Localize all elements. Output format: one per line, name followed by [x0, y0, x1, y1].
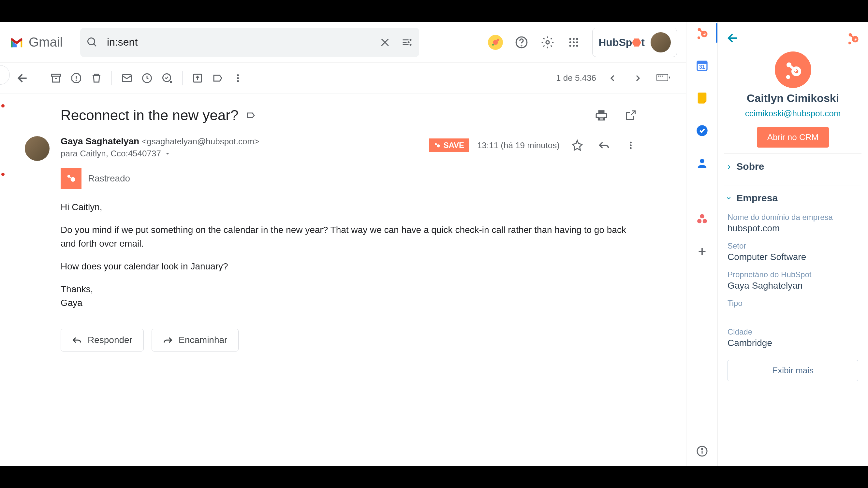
labels-icon[interactable] [209, 69, 227, 87]
contact-name: Caitlyn Cimikoski [747, 92, 839, 104]
email-timestamp: 13:11 (há 19 minutos) [477, 140, 560, 151]
move-to-icon[interactable] [188, 69, 207, 87]
sender-email: <gsaghatelyan@hubspot.com> [142, 136, 259, 146]
clear-search-icon[interactable] [377, 35, 393, 50]
svg-point-20 [573, 45, 575, 46]
back-icon[interactable] [14, 69, 32, 87]
field-label: Cidade [727, 327, 858, 336]
add-addon-icon[interactable] [694, 243, 710, 260]
hubspot-logo-icon [846, 32, 860, 45]
field-value: hubspot.com [727, 223, 858, 234]
message-more-icon[interactable] [622, 136, 640, 154]
svg-point-0 [88, 38, 95, 45]
mark-unread-icon[interactable] [118, 69, 136, 87]
search-options-icon[interactable] [400, 35, 414, 50]
add-to-tasks-icon[interactable] [158, 69, 176, 87]
forward-button[interactable]: Encaminhar [152, 329, 239, 352]
svg-point-17 [573, 41, 575, 43]
field-label: Tipo [727, 299, 858, 308]
page-next-icon[interactable] [629, 69, 647, 87]
hubspot-extension-pill[interactable]: HubSp⬣t [592, 28, 677, 57]
reply-button[interactable]: Responder [61, 329, 144, 352]
chevron-down-icon: › [724, 196, 734, 199]
hubspot-status-badge[interactable] [488, 35, 503, 50]
svg-point-55 [700, 214, 704, 218]
settings-gear-icon[interactable] [540, 35, 555, 50]
contact-avatar [775, 52, 811, 88]
page-prev-icon[interactable] [603, 69, 622, 87]
svg-point-67 [848, 42, 851, 44]
svg-rect-51 [697, 61, 707, 64]
app-header: Gmail [0, 22, 686, 63]
field-value: Computer Software [727, 252, 858, 262]
svg-point-4 [410, 39, 412, 41]
field-label: Setor [727, 241, 858, 251]
svg-point-19 [569, 45, 571, 46]
hubspot-addon-icon[interactable] [694, 25, 710, 41]
show-more-button[interactable]: Exibir mais [727, 360, 858, 381]
apps-grid-icon[interactable] [566, 35, 581, 50]
svg-point-9 [492, 44, 494, 45]
svg-point-8 [497, 38, 499, 41]
svg-point-24 [76, 80, 76, 81]
input-method-icon[interactable] [654, 69, 673, 87]
hubspot-side-panel: Caitlyn Cimikoski ccimikoski@hubspot.com… [717, 22, 868, 466]
open-in-crm-button[interactable]: Abrir no CRM [757, 127, 829, 148]
email-subject: Reconnect in the new year? [61, 107, 238, 124]
svg-point-57 [703, 219, 707, 223]
svg-rect-34 [660, 75, 661, 76]
svg-point-18 [576, 41, 578, 43]
sender-name: Gaya Saghatelyan [61, 136, 139, 146]
search-bar[interactable] [80, 28, 419, 57]
svg-point-21 [576, 45, 578, 46]
star-icon[interactable] [568, 136, 586, 154]
svg-point-54 [700, 159, 704, 163]
archive-icon[interactable] [47, 69, 65, 87]
svg-line-1 [94, 44, 96, 46]
report-spam-icon[interactable] [67, 69, 85, 87]
keep-addon-icon[interactable] [694, 90, 710, 106]
field-value: Cambridge [727, 338, 858, 348]
reply-icon[interactable] [595, 136, 613, 154]
search-input[interactable] [107, 36, 370, 48]
sender-avatar[interactable] [25, 136, 50, 161]
more-menu-icon[interactable] [229, 69, 247, 87]
calendar-addon-icon[interactable]: 31 [694, 57, 710, 74]
edge-indicator [1, 104, 5, 107]
hubspot-save-badge[interactable]: SAVE [429, 138, 469, 152]
open-in-new-icon[interactable] [622, 106, 640, 125]
svg-point-49 [697, 36, 700, 39]
search-icon[interactable] [85, 35, 100, 50]
profile-avatar[interactable] [651, 32, 671, 53]
contacts-addon-icon[interactable] [694, 155, 710, 171]
help-icon[interactable] [514, 35, 529, 50]
panel-back-icon[interactable] [726, 31, 740, 45]
svg-point-5 [408, 41, 410, 43]
email-toolbar: 1 de 5.436 [0, 63, 686, 94]
info-icon[interactable] [694, 443, 710, 459]
svg-point-13 [569, 38, 571, 40]
asana-addon-icon[interactable] [694, 211, 710, 227]
delete-icon[interactable] [87, 69, 105, 87]
field-value: Gaya Saghatelyan [727, 281, 858, 291]
recipients-line: para Caitlyn, Cco:4540737 [61, 149, 161, 159]
svg-point-11 [521, 45, 522, 46]
gmail-logo-block[interactable]: Gmail [9, 35, 74, 50]
pagination-text: 1 de 5.436 [556, 73, 596, 83]
field-value [727, 309, 858, 320]
about-section-header[interactable]: › Sobre [724, 154, 862, 179]
contact-email[interactable]: ccimikoski@hubspot.com [745, 108, 841, 119]
svg-point-29 [237, 74, 239, 76]
print-icon[interactable] [592, 106, 611, 125]
company-section-header[interactable]: › Empresa [724, 185, 862, 211]
recipients-expand-icon[interactable] [164, 151, 171, 157]
tasks-addon-icon[interactable] [694, 123, 710, 139]
svg-rect-22 [52, 74, 61, 76]
snooze-icon[interactable] [138, 69, 156, 87]
svg-rect-33 [658, 75, 659, 76]
svg-point-16 [569, 41, 571, 43]
subject-label-icon[interactable] [245, 110, 256, 121]
svg-point-72 [786, 75, 790, 79]
chevron-right-icon: › [727, 161, 731, 172]
svg-rect-35 [662, 75, 663, 76]
